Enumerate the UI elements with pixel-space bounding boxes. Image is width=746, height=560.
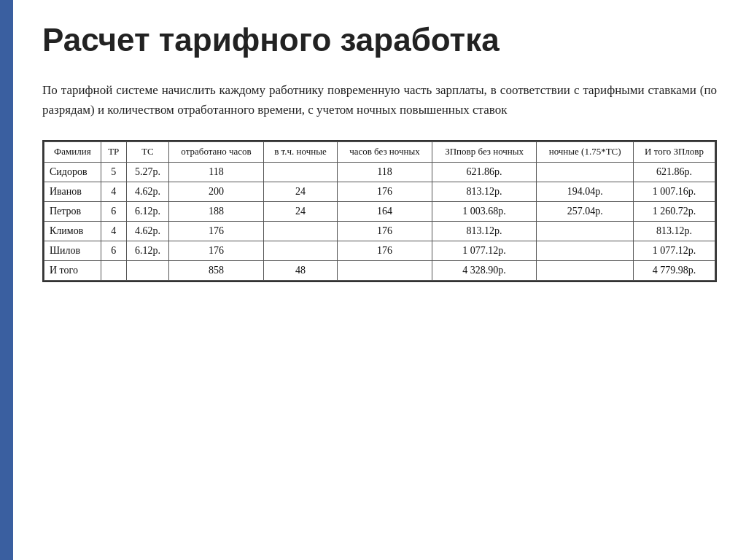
cell-0-7 [537, 163, 634, 182]
cell-2-4: 24 [264, 202, 338, 222]
cell-4-1: 6 [101, 241, 126, 261]
cell-3-1: 4 [101, 222, 126, 241]
total-cell-5 [337, 261, 432, 281]
col-header-name: Фамилия [44, 142, 101, 163]
table-body: Сидоров55.27р.118118621.86р.621.86р.Иван… [44, 163, 715, 281]
cell-1-4: 24 [264, 182, 338, 202]
cell-1-2: 4.62р. [126, 182, 168, 202]
cell-2-0: Петров [44, 202, 101, 222]
cell-4-2: 6.12р. [126, 241, 168, 261]
table-row: Сидоров55.27р.118118621.86р.621.86р. [44, 163, 715, 182]
cell-0-2: 5.27р. [126, 163, 168, 182]
cell-0-1: 5 [101, 163, 126, 182]
cell-1-8: 1 007.16р. [634, 182, 715, 202]
left-accent [0, 0, 13, 560]
cell-2-6: 1 003.68р. [432, 202, 536, 222]
cell-2-8: 1 260.72р. [634, 202, 715, 222]
cell-0-4 [264, 163, 338, 182]
total-cell-1 [101, 261, 126, 281]
cell-3-5: 176 [337, 222, 432, 241]
cell-0-8: 621.86р. [634, 163, 715, 182]
cell-2-7: 257.04р. [537, 202, 634, 222]
cell-2-5: 164 [337, 202, 432, 222]
cell-3-6: 813.12р. [432, 222, 536, 241]
cell-2-3: 188 [169, 202, 264, 222]
cell-0-6: 621.86р. [432, 163, 536, 182]
cell-3-8: 813.12р. [634, 222, 715, 241]
cell-1-5: 176 [337, 182, 432, 202]
total-cell-2 [126, 261, 168, 281]
col-header-hours-no-night: часов без ночных [337, 142, 432, 163]
total-cell-3: 858 [169, 261, 264, 281]
cell-4-0: Шилов [44, 241, 101, 261]
page-title: Расчет тарифного заработка [42, 22, 717, 58]
cell-4-6: 1 077.12р. [432, 241, 536, 261]
main-content: Расчет тарифного заработка По тарифной с… [13, 0, 746, 560]
cell-0-3: 118 [169, 163, 264, 182]
table-row: Шилов66.12р.1761761 077.12р.1 077.12р. [44, 241, 715, 261]
cell-0-5: 118 [337, 163, 432, 182]
cell-0-0: Сидоров [44, 163, 101, 182]
cell-4-3: 176 [169, 241, 264, 261]
cell-4-7 [537, 241, 634, 261]
description: По тарифной системе начислить каждому ра… [42, 80, 717, 120]
cell-3-2: 4.62р. [126, 222, 168, 241]
table-row: Климов44.62р.176176813.12р.813.12р. [44, 222, 715, 241]
col-header-total: И того ЗПловр [634, 142, 715, 163]
cell-2-2: 6.12р. [126, 202, 168, 222]
cell-1-7: 194.04р. [537, 182, 634, 202]
total-row: И того858484 328.90р.4 779.98р. [44, 261, 715, 281]
cell-1-6: 813.12р. [432, 182, 536, 202]
cell-3-7 [537, 222, 634, 241]
cell-4-5: 176 [337, 241, 432, 261]
cell-3-3: 176 [169, 222, 264, 241]
cell-3-0: Климов [44, 222, 101, 241]
table-row: Иванов44.62р.20024176813.12р.194.04р.1 0… [44, 182, 715, 202]
cell-2-1: 6 [101, 202, 126, 222]
cell-3-4 [264, 222, 338, 241]
cell-4-4 [264, 241, 338, 261]
table-row: Петров66.12р.188241641 003.68р.257.04р.1… [44, 202, 715, 222]
data-table: Фамилия ТР ТС отработано часов в т.ч. но… [44, 141, 715, 281]
cell-1-1: 4 [101, 182, 126, 202]
table-header-row: Фамилия ТР ТС отработано часов в т.ч. но… [44, 142, 715, 163]
col-header-ts: ТС [126, 142, 168, 163]
total-cell-6: 4 328.90р. [432, 261, 536, 281]
col-header-hours: отработано часов [169, 142, 264, 163]
col-header-night-pay: ночные (1.75*ТС) [537, 142, 634, 163]
col-header-tr: ТР [101, 142, 126, 163]
cell-1-3: 200 [169, 182, 264, 202]
total-cell-0: И того [44, 261, 101, 281]
col-header-zp-no-night: ЗПповр без ночных [432, 142, 536, 163]
cell-1-0: Иванов [44, 182, 101, 202]
total-cell-4: 48 [264, 261, 338, 281]
table-wrapper: Фамилия ТР ТС отработано часов в т.ч. но… [42, 140, 717, 282]
cell-4-8: 1 077.12р. [634, 241, 715, 261]
col-header-night: в т.ч. ночные [264, 142, 338, 163]
total-cell-8: 4 779.98р. [634, 261, 715, 281]
total-cell-7 [537, 261, 634, 281]
